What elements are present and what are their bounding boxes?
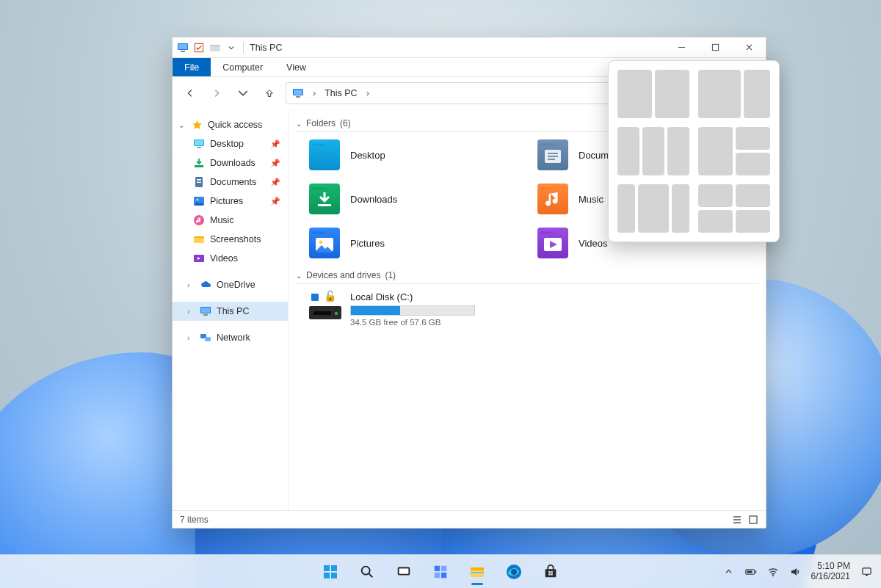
folder-tile-downloads[interactable]: Downloads (309, 184, 530, 214)
taskbar-search[interactable] (352, 557, 382, 587)
chevron-down-icon[interactable]: ⌄ (178, 121, 186, 129)
sidebar-item-label: Documents (210, 177, 256, 187)
svg-rect-57 (551, 573, 552, 575)
chevron-right-icon[interactable]: › (187, 334, 195, 342)
svg-rect-2 (181, 51, 185, 52)
titlebar[interactable]: This PC (173, 37, 766, 58)
sidebar-item-label: Music (210, 215, 234, 225)
group-header-drives[interactable]: ⌄ Devices and drives (1) (296, 269, 758, 284)
history-dropdown[interactable] (233, 83, 253, 104)
breadcrumb-thispc[interactable]: This PC (325, 88, 357, 98)
taskbar-clock[interactable]: 5:10 PM 6/16/2021 (811, 562, 850, 582)
svg-rect-50 (471, 572, 484, 573)
drive-free-text: 34.5 GB free of 57.6 GB (350, 318, 475, 327)
forward-button[interactable] (206, 83, 227, 104)
sidebar-item-label: Network (217, 333, 250, 343)
properties-icon[interactable] (193, 42, 205, 54)
start-button[interactable] (316, 557, 345, 587)
sidebar-item-desktop[interactable]: Desktop📌 (173, 134, 288, 153)
chevron-right-icon[interactable]: › (187, 281, 195, 289)
svg-rect-46 (441, 565, 446, 570)
ribbon-tab-computer[interactable]: Computer (211, 58, 275, 76)
battery-icon[interactable] (745, 566, 757, 578)
sidebar-item-thispc[interactable]: › This PC (173, 302, 288, 321)
wifi-icon[interactable] (767, 566, 779, 578)
taskbar-taskview[interactable] (389, 557, 418, 587)
view-large-icon[interactable] (748, 515, 758, 525)
pin-icon: 📌 (270, 159, 280, 168)
snap-layout-1-2split[interactable] (698, 127, 770, 175)
snap-layout-2col-wide[interactable] (698, 70, 770, 118)
chevron-down-icon[interactable]: ⌄ (296, 120, 302, 128)
snap-layout-2col[interactable] (617, 70, 689, 118)
chevron-down-icon[interactable]: ⌄ (296, 272, 302, 280)
svg-rect-8 (294, 90, 302, 95)
maximize-button[interactable] (698, 37, 732, 58)
snap-layout-3col-center[interactable] (617, 184, 689, 233)
folder-tile-pictures[interactable]: Pictures (309, 228, 530, 258)
svg-rect-5 (678, 47, 684, 48)
music-folder-icon (537, 184, 568, 214)
back-button[interactable] (180, 83, 200, 104)
pictures-folder-icon (309, 228, 340, 258)
sidebar-item-downloads[interactable]: Downloads📌 (173, 153, 288, 173)
folder-tile-label: Music (579, 194, 603, 205)
sidebar-item-label: Downloads (210, 158, 255, 168)
svg-rect-25 (201, 308, 210, 313)
sidebar-item-screenshots[interactable]: Screenshots (173, 230, 288, 249)
ribbon-tab-file[interactable]: File (173, 58, 211, 76)
svg-rect-26 (203, 314, 208, 316)
svg-rect-44 (399, 568, 409, 573)
svg-rect-30 (548, 153, 558, 154)
sidebar-item-network[interactable]: › Network (173, 328, 288, 347)
new-folder-icon[interactable] (209, 42, 221, 54)
sidebar-item-quick-access[interactable]: ⌄ Quick access (173, 115, 288, 134)
thispc-icon (200, 305, 211, 317)
folder-tile-label: Videos (579, 238, 608, 249)
sidebar-item-music[interactable]: Music (173, 211, 288, 230)
volume-icon[interactable] (789, 566, 801, 578)
qat-dropdown-icon[interactable] (225, 42, 237, 54)
quick-access-toolbar (177, 42, 237, 54)
svg-rect-17 (197, 181, 201, 181)
view-details-icon[interactable] (732, 515, 742, 525)
taskbar-file-explorer[interactable] (463, 557, 492, 587)
svg-rect-9 (296, 96, 300, 98)
sidebar-item-documents[interactable]: Documents📌 (173, 173, 288, 192)
tray-overflow-icon[interactable] (723, 566, 735, 578)
desktop-folder-icon (309, 139, 340, 170)
status-item-count: 7 items (180, 515, 209, 525)
sidebar-item-onedrive[interactable]: › OneDrive (173, 275, 288, 294)
svg-rect-4 (210, 45, 220, 46)
sidebar-item-pictures[interactable]: Pictures📌 (173, 192, 288, 211)
taskbar-store[interactable] (536, 557, 565, 587)
videos-folder-icon (537, 228, 568, 258)
documents-folder-icon (537, 139, 568, 170)
sidebar-item-videos[interactable]: Videos (173, 249, 288, 268)
ribbon-tab-view[interactable]: View (275, 58, 318, 76)
window-title: This PC (250, 43, 282, 53)
cloud-icon (200, 279, 211, 291)
svg-rect-62 (862, 568, 870, 574)
up-button[interactable] (259, 83, 280, 104)
taskbar-edge[interactable] (499, 557, 529, 587)
svg-rect-16 (197, 179, 201, 180)
sidebar-item-label: Desktop (210, 139, 244, 149)
svg-rect-14 (195, 165, 203, 167)
network-icon (200, 332, 211, 344)
taskbar-widgets[interactable] (426, 557, 455, 587)
close-button[interactable] (732, 37, 766, 58)
minimize-button[interactable] (664, 37, 698, 58)
downloads-folder-icon (309, 184, 340, 214)
status-bar: 7 items (173, 510, 766, 528)
notifications-icon[interactable] (860, 566, 872, 578)
svg-rect-41 (331, 573, 337, 578)
snap-layout-4grid[interactable] (698, 184, 770, 233)
chevron-right-icon[interactable]: › (187, 308, 195, 316)
svg-rect-6 (712, 44, 718, 50)
svg-rect-47 (435, 572, 440, 577)
documents-icon (193, 176, 205, 188)
drive-item[interactable]: 🔓 Local Disk (C:) 34.5 GB free of 57.6 G… (296, 291, 758, 327)
snap-layout-3col[interactable] (617, 127, 689, 175)
folder-tile-desktop[interactable]: Desktop (309, 139, 530, 170)
